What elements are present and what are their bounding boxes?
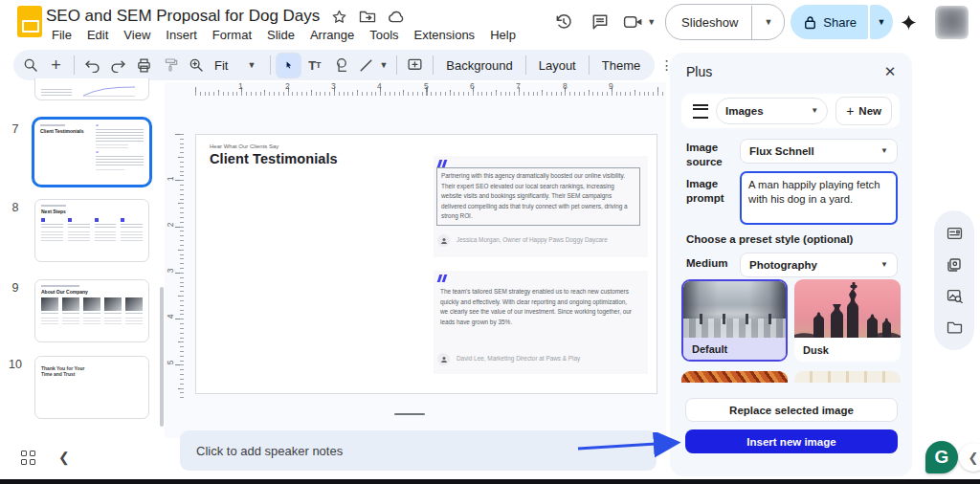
slide-thumbnail-selected[interactable]: Client Testimonials “ “ [32, 117, 152, 187]
fit-caret-icon[interactable]: ▼ [230, 61, 265, 70]
panel-title: Plus [686, 64, 712, 79]
menu-file[interactable]: File [44, 26, 79, 44]
slideshow-button[interactable]: Slideshow ▼ [665, 4, 785, 40]
gemini-sparkle-icon[interactable] [893, 4, 924, 40]
canvas-workspace: 1 2 3 4 5 6 7 8 9 1 2 3 4 5 Hear What Ou… [165, 82, 666, 438]
preset-tile-partial[interactable] [794, 371, 901, 383]
star-icon[interactable] [331, 9, 347, 25]
testimonial-quote[interactable]: The team's tailored SEM strategy enabled… [436, 284, 640, 330]
preset-style-heading: Choose a preset style (optional) [686, 233, 853, 245]
slide-filmstrip: 7 Client Testimonials “ “ 8 Next Steps 9… [0, 82, 165, 438]
user-avatar[interactable] [935, 6, 969, 39]
slide-number: 7 [4, 122, 27, 136]
testimonial-attribution[interactable]: David Lee, Marketing Director at Paws & … [457, 353, 580, 363]
document-title[interactable]: SEO and SEM Proposal for Dog Days [46, 7, 320, 26]
share-label: Share [823, 15, 857, 30]
panel-menu-icon[interactable] [693, 104, 708, 119]
slides-logo-icon[interactable] [17, 6, 42, 37]
line-tool-icon[interactable] [353, 53, 379, 78]
search-menus-icon[interactable] [17, 53, 43, 78]
cloud-status-icon[interactable] [388, 10, 406, 24]
collapse-widget-icon[interactable]: ❮ [959, 443, 980, 472]
shape-icon[interactable] [327, 53, 353, 78]
line-caret-icon[interactable]: ▼ [379, 61, 391, 70]
lock-icon [804, 15, 816, 30]
replace-selected-image-button[interactable]: Replace selected image [685, 398, 898, 422]
testimonial-card[interactable]: The team's tailored SEM strategy enabled… [434, 271, 648, 374]
image-prompt-input[interactable]: A man happily playing fetch with his dog… [740, 171, 898, 225]
version-history-icon[interactable] [546, 4, 582, 40]
slide-eyebrow[interactable]: Hear What Our Clients Say [210, 143, 278, 149]
preset-dusk-tile[interactable]: Dusk [794, 279, 901, 362]
theme-button[interactable]: Theme [594, 58, 648, 73]
collection-select[interactable]: Images ▼ [716, 98, 828, 124]
slide-thumbnail-partial[interactable] [34, 78, 149, 100]
testimonial-attribution[interactable]: Jessica Morgan, Owner of Happy Paws Dogg… [457, 234, 608, 245]
text-box-icon[interactable]: TT [301, 53, 327, 78]
slide-title[interactable]: Client Testimonials [210, 151, 338, 166]
medium-select[interactable]: Photography ▼ [740, 253, 898, 277]
screen-bottom-bar [0, 479, 980, 484]
menu-insert[interactable]: Insert [158, 26, 205, 44]
image-stack-icon[interactable] [947, 257, 962, 273]
preset-tile-partial[interactable] [681, 371, 788, 383]
folder-icon[interactable] [947, 320, 963, 334]
slide-card-icon[interactable] [947, 227, 963, 240]
zoom-fit-select[interactable]: Fit [209, 58, 230, 73]
preset-label: Dusk [794, 338, 901, 362]
menu-arrange[interactable]: Arrange [302, 26, 362, 44]
menu-format[interactable]: Format [205, 26, 259, 44]
slideshow-caret-icon[interactable]: ▼ [752, 18, 784, 27]
testimonial-quote[interactable]: Partnering with this agency dramatically… [436, 167, 640, 226]
background-button[interactable]: Background [438, 58, 520, 73]
speaker-notes-placeholder: Click to add speaker notes [196, 444, 343, 458]
grammarly-icon[interactable]: G [925, 441, 958, 473]
medium-label: Medium [686, 256, 740, 271]
menu-extensions[interactable]: Extensions [407, 26, 483, 44]
menubar: File Edit View Insert Format Slide Arran… [44, 26, 523, 44]
undo-icon[interactable] [79, 53, 105, 78]
zoom-icon[interactable] [183, 53, 209, 78]
select-tool-icon[interactable] [276, 53, 301, 78]
image-source-select[interactable]: Flux Schnell ▼ [740, 139, 898, 164]
horizontal-ruler: 1 2 3 4 5 6 7 8 9 [195, 84, 664, 96]
close-panel-icon[interactable]: ✕ [880, 61, 901, 82]
join-call-icon[interactable] [618, 4, 647, 40]
speaker-notes[interactable]: Click to add speaker notes [180, 430, 657, 471]
testimonial-card[interactable]: Partnering with this agency dramatically… [434, 156, 648, 257]
new-slide-plus-icon[interactable]: + [43, 53, 69, 78]
collapse-filmstrip-icon[interactable]: ❮ [58, 450, 70, 465]
layout-button[interactable]: Layout [531, 58, 584, 73]
slide-thumbnail[interactable]: Thank You for Your Time and Trust [34, 356, 149, 419]
share-button[interactable]: Share [791, 5, 868, 39]
quote-icon [438, 275, 445, 282]
menu-help[interactable]: Help [482, 26, 523, 44]
paint-format-icon[interactable] [157, 53, 183, 78]
filmstrip-scrollbar[interactable] [160, 287, 164, 427]
notes-resize-handle[interactable] [394, 413, 425, 415]
move-folder-icon[interactable] [359, 9, 376, 24]
insert-comment-icon[interactable] [402, 53, 428, 78]
grid-view-icon[interactable] [21, 451, 35, 465]
slide-number: 8 [4, 201, 27, 214]
insert-new-image-button[interactable]: Insert new image [685, 429, 898, 453]
menu-edit[interactable]: Edit [79, 26, 116, 44]
slide-canvas[interactable]: Hear What Our Clients Say Client Testimo… [195, 134, 657, 394]
menu-slide[interactable]: Slide [259, 26, 302, 44]
menu-view[interactable]: View [116, 26, 158, 44]
print-icon[interactable] [131, 53, 157, 78]
preset-default-tile[interactable]: Default [681, 279, 788, 362]
mini-line-chart [79, 83, 139, 99]
slide-thumbnail[interactable]: About Our Company [34, 279, 149, 342]
join-call-caret-icon[interactable]: ▼ [647, 18, 656, 27]
slide-thumbnail[interactable]: Next Steps [34, 199, 149, 262]
image-search-icon[interactable] [947, 289, 963, 303]
slide-number: 10 [4, 358, 27, 371]
redo-icon[interactable] [105, 53, 131, 78]
edit-toolbar: + Fit ▼ TT ▼ Background Layout Theme ⋮ [13, 50, 655, 80]
image-prompt-label: Image prompt [686, 177, 740, 206]
new-button[interactable]: + New [835, 97, 892, 125]
comments-icon[interactable] [582, 4, 618, 40]
share-caret-button[interactable]: ▼ [870, 5, 893, 39]
menu-tools[interactable]: Tools [362, 26, 406, 44]
